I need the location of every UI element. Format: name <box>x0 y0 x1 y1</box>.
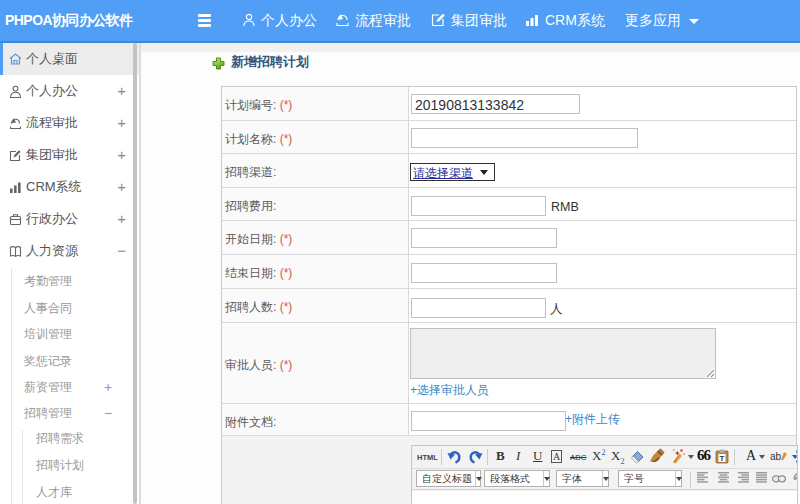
svg-text:T: T <box>720 454 725 463</box>
